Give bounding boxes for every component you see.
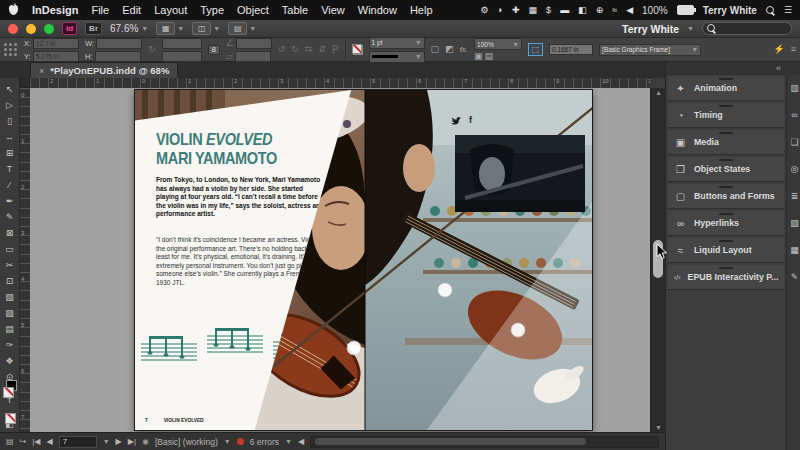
apple-menu-icon[interactable] <box>8 3 19 18</box>
links-panel-icon[interactable]: ∞ <box>787 110 800 120</box>
screen-mode-dropdown[interactable]: ◫▼ <box>192 22 220 35</box>
flip-vertical-button[interactable]: ⇵ <box>318 45 326 54</box>
timemachine-status-icon[interactable]: ⊕ <box>596 6 604 15</box>
twitter-icon[interactable] <box>451 116 461 125</box>
menu-indesign[interactable]: InDesign <box>32 4 78 16</box>
errors-menu-dropdown[interactable]: ▼ <box>285 438 292 445</box>
menu-help[interactable]: Help <box>410 4 433 16</box>
menu-layout[interactable]: Layout <box>154 4 187 16</box>
menu-file[interactable]: File <box>91 4 109 16</box>
selection-tool[interactable]: ↖ <box>2 81 18 97</box>
type-tool[interactable]: T <box>2 161 18 177</box>
previous-page-button[interactable]: ◀ <box>47 437 53 446</box>
scissors-tool[interactable]: ✂ <box>2 257 18 273</box>
gap-value-field[interactable]: 0.1667 in <box>549 44 593 55</box>
pencil-tool[interactable]: ✎ <box>2 209 18 225</box>
corner-shape-icon[interactable]: ◩ <box>445 45 454 54</box>
direct-selection-tool[interactable]: ▷ <box>2 97 18 113</box>
close-document-icon[interactable]: × <box>39 66 44 76</box>
panel-button-buttons-and-forms[interactable]: ▢ Buttons and Forms <box>668 184 784 209</box>
bridge-icon[interactable]: Br <box>85 22 102 35</box>
swatches-panel-icon[interactable]: ◎ <box>787 164 800 174</box>
page-tool[interactable]: ▯ <box>2 113 18 129</box>
hand-tool[interactable]: ❖ <box>2 353 18 369</box>
menu-table[interactable]: Table <box>282 4 308 16</box>
next-page-button[interactable]: ▶ <box>116 437 122 446</box>
minimize-window-button[interactable] <box>26 24 36 34</box>
arrange-documents-dropdown[interactable]: ▤▼ <box>228 22 256 35</box>
rotate-icon[interactable]: ↻ <box>148 45 156 54</box>
stroke-type-dropdown[interactable]: ▼ <box>369 51 425 63</box>
wrap-bounding-icon[interactable]: ▤ <box>485 52 494 61</box>
rotate-ccw-button[interactable]: ↺ <box>278 45 286 54</box>
scale-x-field[interactable] <box>162 38 202 49</box>
preflight-errors-count[interactable]: 6 errors <box>250 437 279 447</box>
colorsync-status-icon[interactable]: ▦ <box>529 6 538 15</box>
line-tool[interactable]: ∕ <box>2 177 18 193</box>
document-canvas[interactable]: VIOLIN EVOLVED MARI YAMAMOTO From Tokyo,… <box>30 88 650 432</box>
fill-stroke-swatches[interactable] <box>3 387 17 391</box>
zoom-window-button[interactable] <box>44 24 54 34</box>
page-number-field[interactable]: 7 <box>59 436 97 448</box>
reference-point-proxy[interactable] <box>4 43 18 57</box>
panel-button-media[interactable]: ▣ Media <box>668 130 784 155</box>
volume-status-icon[interactable]: ◀ <box>626 6 633 15</box>
panel-button-hyperlinks[interactable]: ∞ Hyperlinks <box>668 211 784 236</box>
table-panel-icon[interactable]: ▦ <box>787 245 800 255</box>
articles-panel-icon[interactable]: ▥ <box>787 83 800 93</box>
panel-button-animation[interactable]: ✦ Animation <box>668 76 784 101</box>
zoom-level-dropdown[interactable]: 67.6%▼ <box>110 23 148 34</box>
menu-type[interactable]: Type <box>200 4 224 16</box>
gap-tool[interactable]: ↔ <box>2 129 18 145</box>
note-tool[interactable]: ▤ <box>2 321 18 337</box>
panel-button-liquid-layout[interactable]: ≈ Liquid Layout <box>668 238 784 263</box>
gradient-feather-tool[interactable]: ▨ <box>2 305 18 321</box>
vertical-scrollbar[interactable]: ▲ ▼ <box>650 88 666 432</box>
menu-window[interactable]: Window <box>358 4 397 16</box>
rotate-cw-button[interactable]: ↻ <box>291 45 299 54</box>
share-export-icon[interactable]: ↪ <box>20 437 27 446</box>
stroke-panel-icon[interactable]: ≣ <box>787 191 800 201</box>
close-window-button[interactable] <box>8 24 18 34</box>
menu-edit[interactable]: Edit <box>122 4 141 16</box>
shear-angle-field[interactable] <box>235 51 271 62</box>
quick-apply-bolt-icon[interactable]: ⚡ <box>774 45 785 54</box>
eyedropper-tool[interactable]: ✑ <box>2 337 18 353</box>
document-tab[interactable]: × *PlayOnEPUB.indd @ 68% <box>30 62 178 78</box>
scale-y-field[interactable] <box>162 51 202 62</box>
stroke-fill-swatches[interactable] <box>352 44 363 55</box>
menu-object[interactable]: Object <box>237 4 269 16</box>
horizontal-scroll-thumb[interactable] <box>315 438 586 445</box>
last-page-button[interactable]: ▶| <box>128 437 136 446</box>
collapse-panels-icon[interactable]: « <box>776 63 781 73</box>
menubar-user[interactable]: Terry White <box>703 5 757 16</box>
opacity-dropdown[interactable]: 100%▼ <box>474 38 522 50</box>
height-field[interactable] <box>95 51 141 62</box>
preview-spreads-icon[interactable]: ▤ <box>6 437 14 446</box>
card-status-icon[interactable]: ▬ <box>560 6 569 15</box>
pen-tool[interactable]: ✒ <box>2 193 18 209</box>
width-field[interactable] <box>96 38 142 49</box>
panel-button-epub-interactivity[interactable]: ‹/› EPUB Interactivity P... <box>668 265 784 290</box>
preflight-profile[interactable]: [Basic] (working) <box>155 437 218 447</box>
view-options-dropdown[interactable]: ▦▼ <box>156 22 184 35</box>
effects-fx-button[interactable]: fx. <box>460 46 468 54</box>
layers-panel-icon[interactable]: ❏ <box>787 137 800 147</box>
csuser-menu[interactable]: Terry White <box>622 23 679 35</box>
flip-horizontal-button[interactable]: ⇆ <box>305 45 313 54</box>
dollar-status-icon[interactable]: $ <box>546 6 551 15</box>
hscroll-left-arrow[interactable]: ◀ <box>298 437 304 446</box>
rotation-angle-field[interactable] <box>236 38 272 49</box>
menu-view[interactable]: View <box>321 4 345 16</box>
display-status-icon[interactable]: ◧ <box>578 6 587 15</box>
apply-color-swatch[interactable] <box>3 411 17 415</box>
page-list-dropdown[interactable]: ▼ <box>103 438 110 445</box>
preflight-menu-dropdown[interactable]: ▼ <box>224 438 231 445</box>
rectangle-frame-tool[interactable]: ⊠ <box>2 225 18 241</box>
horizontal-scrollbar[interactable] <box>310 436 659 448</box>
app-search-input[interactable] <box>702 22 792 35</box>
rectangle-tool[interactable]: ▭ <box>2 241 18 257</box>
gradient-panel-icon[interactable]: ▧ <box>787 218 800 228</box>
wifi-status-icon[interactable]: ≈ <box>612 6 617 15</box>
first-page-button[interactable]: |◀ <box>32 437 40 446</box>
